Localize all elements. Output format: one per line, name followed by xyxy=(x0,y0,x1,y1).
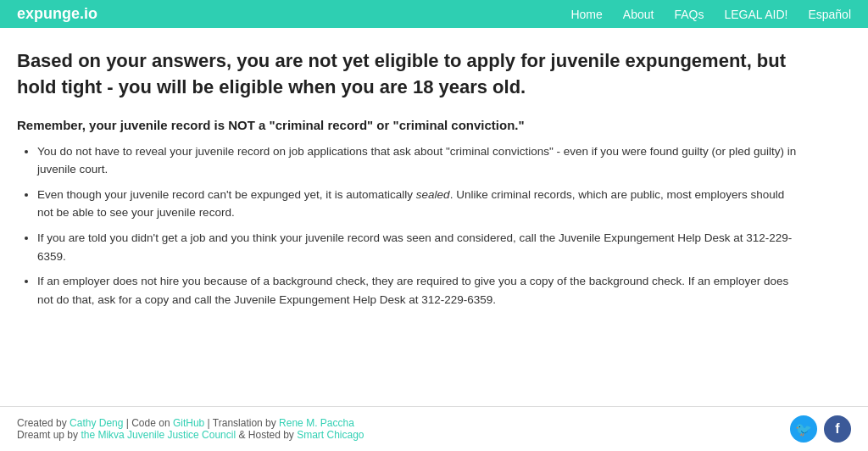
nav-logo[interactable]: expunge.io xyxy=(17,5,97,23)
footer-rene[interactable]: Rene M. Paccha xyxy=(279,417,354,429)
bullet-item-2: Even though your juvenile record can't b… xyxy=(37,186,797,222)
footer-smart-chicago[interactable]: Smart Chicago xyxy=(297,429,364,441)
bullet-item-1: You do not have to reveal your juvenile … xyxy=(37,142,797,179)
main-heading: Based on your answers, you are not yet e… xyxy=(17,48,797,101)
nav-faqs[interactable]: FAQs xyxy=(674,8,704,21)
nav-legal-aid[interactable]: LEGAL AID! xyxy=(724,8,787,21)
footer-social: 🐦 f xyxy=(790,415,851,443)
navbar: expunge.io Home About FAQs LEGAL AID! Es… xyxy=(0,0,868,28)
footer-github[interactable]: GitHub xyxy=(173,417,204,429)
main-content: Based on your answers, you are not yet e… xyxy=(0,28,831,406)
nav-links: Home About FAQs LEGAL AID! Español xyxy=(570,8,851,21)
footer-mikva[interactable]: the Mikva Juvenile Justice Council xyxy=(81,429,236,441)
bullet-item-3: If you are told you didn't get a job and… xyxy=(37,229,797,265)
twitter-button[interactable]: 🐦 xyxy=(790,415,817,443)
footer-cathy-deng[interactable]: Cathy Deng xyxy=(70,417,123,429)
facebook-button[interactable]: f xyxy=(824,415,851,443)
nav-espanol[interactable]: Español xyxy=(808,8,851,21)
bullet-list: You do not have to reveal your juvenile … xyxy=(17,142,797,309)
footer: Created by Cathy Deng | Code on GitHub |… xyxy=(0,406,868,451)
footer-left: Created by Cathy Deng | Code on GitHub |… xyxy=(17,417,364,441)
sub-heading: Remember, your juvenile record is NOT a … xyxy=(17,118,797,132)
bullet-item-4: If an employer does not hire you because… xyxy=(37,272,797,309)
nav-about[interactable]: About xyxy=(623,8,654,21)
sealed-italic: sealed xyxy=(416,188,450,201)
nav-home[interactable]: Home xyxy=(570,8,602,21)
